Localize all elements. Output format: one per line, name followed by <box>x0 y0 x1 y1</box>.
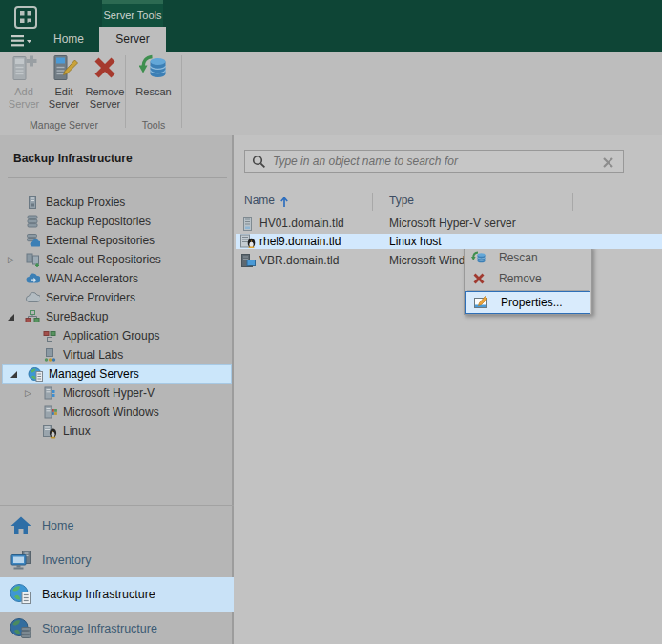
group-label-manage-server: Manage Server <box>4 119 124 131</box>
nav-home[interactable]: Home <box>0 509 234 543</box>
context-menu-item-properties[interactable]: Properties... <box>465 291 590 314</box>
chevron-expanded-icon[interactable] <box>10 371 17 378</box>
table-row-rhel9-highlighted[interactable]: rhel9.domain.tld Linux host <box>236 234 662 249</box>
context-menu-label: Properties... <box>501 296 563 309</box>
sidebar-item-label: Application Groups <box>63 329 159 343</box>
rescan-icon <box>471 250 486 265</box>
sidebar-item-external-repositories[interactable]: External Repositories <box>0 231 234 250</box>
remove-icon <box>471 271 486 286</box>
sidebar-item-linux[interactable]: Linux <box>0 422 234 441</box>
surebackup-icon <box>25 309 40 324</box>
tab-home[interactable]: Home <box>38 27 99 52</box>
nav-label: Storage Infrastructure <box>42 622 157 635</box>
sidebar-item-microsoft-hyper-v[interactable]: ▷ Microsoft Hyper-V <box>0 384 234 403</box>
backup-infrastructure-icon <box>10 583 32 606</box>
chevron-right-icon[interactable]: ▷ <box>8 256 14 264</box>
table-row-vbr[interactable]: VBR.domain.tld Microsoft Windows server <box>236 252 662 270</box>
group-label-tools: Tools <box>128 119 179 131</box>
sidebar-item-service-providers[interactable]: Service Providers <box>0 288 234 307</box>
veeam-logo-icon <box>13 5 38 30</box>
clear-search-icon[interactable] <box>602 156 614 168</box>
nav-backup-infrastructure[interactable]: Backup Infrastructure <box>0 577 234 612</box>
main-menu-icon[interactable] <box>11 34 34 48</box>
edit-server-label-line2: Server <box>49 98 79 111</box>
context-menu-label: Remove <box>499 272 542 285</box>
ribbon-group-separator-2 <box>181 55 182 128</box>
windows-host-icon <box>240 254 255 268</box>
sidebar-header: Backup Infrastructure <box>13 152 133 165</box>
server-name: VBR.domain.tld <box>259 254 339 267</box>
remove-server-label-line2: Server <box>90 98 120 111</box>
column-header-type[interactable]: Type <box>389 194 414 207</box>
managed-servers-icon <box>28 366 43 382</box>
sidebar-item-microsoft-windows[interactable]: Microsoft Windows <box>0 403 234 422</box>
chevron-expanded-icon[interactable] <box>8 314 14 321</box>
sidebar-item-label: External Repositories <box>46 234 155 247</box>
rescan-label: Rescan <box>135 86 171 98</box>
search-input[interactable] <box>273 155 596 168</box>
sidebar-nav-divider <box>0 505 234 506</box>
ribbon: Add Server Edit Server Remove Server Res… <box>0 52 662 135</box>
server-type: Linux host <box>389 235 442 248</box>
chevron-right-icon[interactable]: ▷ <box>25 389 31 398</box>
column-divider-2[interactable] <box>572 193 573 211</box>
linux-icon <box>42 424 57 439</box>
context-menu-label: Rescan <box>499 251 538 264</box>
sidebar-item-virtual-labs[interactable]: Virtual Labs <box>0 345 234 364</box>
sidebar-item-managed-servers[interactable]: Managed Servers <box>2 364 232 384</box>
sidebar-item-wan-accelerators[interactable]: WAN Accelerators <box>0 269 234 288</box>
hyperv-host-icon <box>240 217 255 231</box>
nav-label: Inventory <box>42 553 91 567</box>
sidebar-item-label: SureBackup <box>46 310 108 323</box>
sidebar-item-label: Scale-out Repositories <box>46 253 161 266</box>
search-box <box>244 150 624 173</box>
sidebar: Backup Infrastructure Backup Proxies Bac… <box>0 135 234 644</box>
application-groups-icon <box>42 328 57 343</box>
contextual-tab-server-tools[interactable]: Server Tools <box>102 4 163 27</box>
veeam-console-window: { "titlebar": { "contextual_tab_group": … <box>0 0 662 644</box>
nav-storage-infrastructure[interactable]: Storage Infrastructure <box>0 612 234 644</box>
nav-label: Home <box>42 519 73 532</box>
sidebar-item-label: Managed Servers <box>49 367 139 381</box>
sidebar-divider <box>8 177 227 178</box>
service-providers-icon <box>25 290 40 305</box>
sidebar-item-label: Service Providers <box>46 291 135 304</box>
hyper-v-icon <box>42 385 57 401</box>
add-server-label-line1: Add <box>14 86 33 98</box>
sidebar-item-label: Backup Proxies <box>46 196 125 209</box>
inventory-icon <box>10 549 32 571</box>
sidebar-item-application-groups[interactable]: Application Groups <box>0 326 234 345</box>
sidebar-item-label: Virtual Labs <box>63 348 123 362</box>
virtual-labs-icon <box>42 347 57 363</box>
nav-inventory[interactable]: Inventory <box>0 543 234 577</box>
storage-infrastructure-icon <box>10 617 32 640</box>
backup-proxies-icon <box>25 195 40 210</box>
sort-asc-icon <box>279 195 289 212</box>
scale-out-repositories-icon <box>25 252 40 267</box>
column-header-name[interactable]: Name <box>244 194 275 207</box>
sidebar-item-backup-repositories[interactable]: Backup Repositories <box>0 212 234 231</box>
column-divider[interactable] <box>372 193 373 211</box>
sidebar-item-scale-out-repositories[interactable]: ▷ Scale-out Repositories <box>0 250 234 269</box>
sidebar-item-surebackup[interactable]: SureBackup <box>0 307 234 326</box>
properties-icon <box>473 295 488 310</box>
backup-repositories-icon <box>25 214 40 229</box>
context-menu-item-remove[interactable]: Remove <box>465 268 591 289</box>
wan-accelerators-icon <box>25 271 40 286</box>
windows-icon <box>42 405 57 420</box>
sidebar-item-label: Linux <box>63 425 91 438</box>
server-list-panel: Name Type HV01.domain.tld Microsoft Hype… <box>236 135 662 644</box>
titlebar: Server Tools Home Server <box>0 0 662 52</box>
nav-label: Backup Infrastructure <box>42 588 155 601</box>
sidebar-item-label: WAN Accelerators <box>46 272 138 285</box>
table-row-hv01[interactable]: HV01.domain.tld Microsoft Hyper-V server <box>236 215 662 233</box>
edit-server-label-line1: Edit <box>55 86 73 98</box>
context-menu-item-rescan[interactable]: Rescan <box>465 247 591 268</box>
external-repositories-icon <box>25 233 40 248</box>
sidebar-item-backup-proxies[interactable]: Backup Proxies <box>0 193 234 212</box>
sidebar-item-label: Microsoft Windows <box>63 405 159 419</box>
linux-host-icon <box>240 234 255 248</box>
context-menu: Rescan Remove Properties... <box>464 246 592 315</box>
tab-server[interactable]: Server <box>99 27 166 52</box>
remove-server-icon <box>91 53 119 86</box>
